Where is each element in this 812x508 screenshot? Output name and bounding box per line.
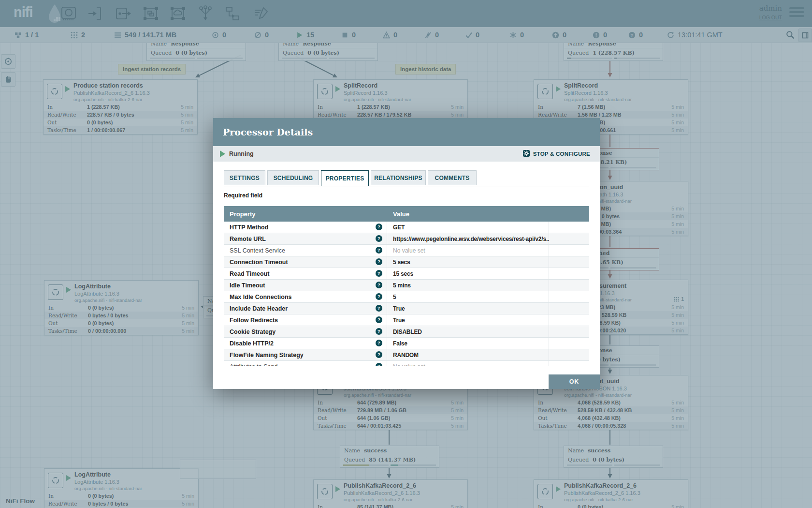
help-icon[interactable]: ? xyxy=(376,224,382,230)
property-name: Idle Timeout xyxy=(224,282,265,289)
help-icon[interactable]: ? xyxy=(376,235,382,242)
property-value: False xyxy=(387,338,549,349)
help-icon[interactable]: ? xyxy=(376,316,382,323)
properties-table: Property Value HTTP Method?GETRemote URL… xyxy=(224,206,589,366)
stop-and-configure-button[interactable]: STOP & CONFIGURE xyxy=(520,149,593,159)
property-name: Connection Timeout xyxy=(224,259,288,266)
tab-scheduling[interactable]: SCHEDULING xyxy=(267,170,319,185)
dialog-title: Processor Details xyxy=(223,127,313,137)
help-icon[interactable]: ? xyxy=(376,270,382,277)
ok-button[interactable]: OK xyxy=(549,374,600,389)
property-row: Include Date Header?True xyxy=(224,303,589,314)
property-value: No value set xyxy=(387,361,549,366)
property-value: https://www.pegelonline.wsv.de/webservic… xyxy=(387,233,549,244)
property-value: GET xyxy=(387,222,549,233)
property-name: Attributes to Send xyxy=(224,363,277,367)
property-column-header: Property xyxy=(224,210,387,218)
property-row: FlowFile Naming Strategy?RANDOM xyxy=(224,349,589,361)
property-value: DISABLED xyxy=(387,326,549,337)
help-icon[interactable]: ? xyxy=(376,351,382,358)
required-field-label: Required field xyxy=(224,192,262,199)
processor-details-dialog: Processor Details Running STOP & CONFIGU… xyxy=(213,118,600,389)
tab-comments[interactable]: COMMENTS xyxy=(428,170,477,185)
property-row: Max Idle Connections?5 xyxy=(224,291,589,303)
property-value: 5 mins xyxy=(387,280,549,291)
help-icon[interactable]: ? xyxy=(376,247,382,254)
property-value: RANDOM xyxy=(387,349,549,360)
property-value: 5 xyxy=(387,291,549,302)
property-row: Remote URL?https://www.pegelonline.wsv.d… xyxy=(224,233,589,245)
nifi-app: Ingest station recordsIngest historic da… xyxy=(0,0,812,508)
property-name: SSL Context Service xyxy=(224,247,285,254)
property-row: Attributes to Send?No value set xyxy=(224,361,589,366)
help-icon[interactable]: ? xyxy=(376,282,382,288)
property-row: Follow Redirects?True xyxy=(224,314,589,326)
property-name: Remote URL xyxy=(224,236,266,242)
running-icon xyxy=(220,150,225,157)
property-name: Cookie Strategy xyxy=(224,329,276,335)
dialog-header: Processor Details xyxy=(213,118,600,146)
property-row: Connection Timeout?5 secs xyxy=(224,256,589,268)
property-value: 15 secs xyxy=(387,268,549,279)
processor-state-label: Running xyxy=(229,150,254,157)
property-value: 5 secs xyxy=(387,256,549,268)
property-row: Cookie Strategy?DISABLED xyxy=(224,326,589,338)
help-icon[interactable]: ? xyxy=(376,293,382,300)
property-value: True xyxy=(387,314,549,326)
property-row: Disable HTTP/2?False xyxy=(224,338,589,349)
property-name: Include Date Header xyxy=(224,305,288,312)
property-name: Max Idle Connections xyxy=(224,294,292,300)
property-name: HTTP Method xyxy=(224,224,268,231)
help-icon[interactable]: ? xyxy=(376,363,382,366)
property-name: Disable HTTP/2 xyxy=(224,340,274,347)
property-row: HTTP Method?GET xyxy=(224,222,589,233)
help-icon[interactable]: ? xyxy=(376,328,382,335)
help-icon[interactable]: ? xyxy=(376,340,382,346)
value-column-header: Value xyxy=(387,210,409,218)
gear-icon xyxy=(522,149,530,158)
property-row: Idle Timeout?5 mins xyxy=(224,280,589,291)
property-row: SSL Context Service?No value set xyxy=(224,245,589,256)
tab-settings[interactable]: SETTINGS xyxy=(224,170,265,185)
tab-properties[interactable]: PROPERTIES xyxy=(321,170,369,186)
tab-relationships[interactable]: RELATIONSHIPS xyxy=(371,170,426,185)
property-value: True xyxy=(387,303,549,314)
property-name: Follow Redirects xyxy=(224,317,278,324)
property-name: Read Timeout xyxy=(224,270,269,277)
properties-table-header: Property Value xyxy=(224,206,589,222)
processor-state-bar: Running STOP & CONFIGURE xyxy=(213,146,600,162)
help-icon[interactable]: ? xyxy=(376,258,382,265)
property-name: FlowFile Naming Strategy xyxy=(224,352,304,359)
help-icon[interactable]: ? xyxy=(376,305,382,312)
dialog-tabs: SETTINGSSCHEDULINGPROPERTIESRELATIONSHIP… xyxy=(224,170,589,186)
property-row: Read Timeout?15 secs xyxy=(224,268,589,280)
property-value: No value set xyxy=(387,245,549,256)
